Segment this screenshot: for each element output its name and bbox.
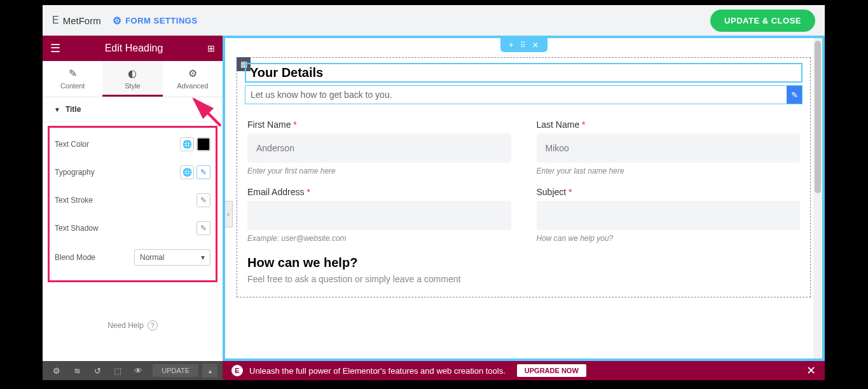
- first-name-input[interactable]: [247, 133, 511, 163]
- help-subheading: Feel free to ask a question or simply le…: [247, 274, 800, 284]
- global-color-button[interactable]: 🌐: [180, 137, 194, 151]
- tab-content-label: Content: [60, 82, 85, 90]
- required-mark: *: [293, 119, 296, 130]
- section-title-label: Title: [65, 105, 81, 114]
- typography-edit-button[interactable]: ✎: [196, 165, 210, 179]
- canvas: + ⠿ ✕ ‹ ▦ Your Details Let us know how t…: [223, 36, 825, 361]
- cog-icon: ⚙: [163, 67, 223, 79]
- email-input[interactable]: [247, 201, 511, 230]
- elementor-badge-icon: E: [231, 365, 243, 376]
- navigator-button[interactable]: ≋: [68, 364, 86, 378]
- text-shadow-label: Text Shadow: [55, 224, 99, 233]
- widgets-icon[interactable]: ⊞: [207, 43, 215, 53]
- scrollbar[interactable]: [813, 38, 822, 358]
- section-help: How can we help? Feel free to ask a ques…: [240, 243, 808, 284]
- need-help-label: Need Help: [107, 321, 144, 330]
- text-stroke-edit-button[interactable]: ✎: [196, 193, 210, 207]
- subject-input[interactable]: [537, 201, 801, 230]
- help-icon: ?: [148, 320, 158, 331]
- global-typography-button[interactable]: 🌐: [180, 165, 194, 179]
- email-label: Email Address *: [247, 187, 511, 197]
- control-blend-mode: Blend Mode Normal ▾: [55, 242, 210, 273]
- first-name-label: First Name *: [247, 119, 511, 130]
- scroll-thumb[interactable]: [815, 41, 821, 193]
- last-name-input[interactable]: [537, 133, 801, 163]
- menu-icon[interactable]: ☰: [50, 41, 60, 55]
- form-subheading: Let us know how to get back to you.: [251, 90, 392, 100]
- tab-advanced-label: Advanced: [177, 82, 208, 90]
- layers-icon: ≋: [74, 366, 81, 376]
- section-title-toggle[interactable]: ▼ Title: [43, 97, 223, 122]
- update-button[interactable]: UPDATE: [153, 364, 198, 377]
- tab-advanced[interactable]: ⚙ Advanced: [163, 61, 223, 97]
- typography-label: Typography: [55, 168, 95, 177]
- topbar: E MetForm ⚙ FORM SETTINGS UPDATE & CLOSE: [43, 5, 825, 36]
- gear-icon: ⚙: [113, 15, 122, 27]
- field-first-name: First Name * Enter your first name here: [247, 119, 511, 175]
- control-typography: Typography 🌐 ✎: [55, 158, 210, 186]
- preview-button[interactable]: 👁: [129, 364, 147, 378]
- bottombar: ⚙ ≋ ↺ ⬚ 👁 UPDATE ▴ E Unleash the full po…: [43, 361, 825, 380]
- email-hint: Example: user@website.com: [247, 234, 511, 243]
- eye-icon: 👁: [134, 366, 142, 376]
- globe-icon: 🌐: [183, 140, 192, 149]
- color-picker-button[interactable]: [196, 137, 210, 151]
- sidebar: ☰ Edit Heading ⊞ ✎ Content ◐ Style ⚙ Adv…: [43, 36, 223, 361]
- blend-mode-value: Normal: [140, 253, 165, 262]
- blend-mode-select[interactable]: Normal ▾: [134, 249, 210, 266]
- style-panel: Text Color 🌐 Typography 🌐 ✎ Text Stroke: [48, 126, 217, 282]
- last-name-hint: Enter your last name here: [537, 167, 801, 175]
- bottombar-left: ⚙ ≋ ↺ ⬚ 👁 UPDATE ▴: [43, 361, 223, 380]
- text-color-label: Text Color: [55, 140, 89, 149]
- text-shadow-edit-button[interactable]: ✎: [196, 221, 210, 235]
- pencil-icon: ✎: [43, 67, 102, 79]
- required-mark: *: [582, 119, 585, 130]
- brand: E MetForm: [52, 15, 101, 26]
- caret-up-icon: ▴: [209, 367, 212, 374]
- last-name-label: Last Name *: [537, 119, 801, 130]
- edit-widget-button[interactable]: ✎: [787, 86, 802, 104]
- subject-label: Subject *: [537, 187, 801, 197]
- editor-tabs: ✎ Content ◐ Style ⚙ Advanced: [43, 61, 223, 97]
- settings-button[interactable]: ⚙: [48, 364, 65, 378]
- tab-content[interactable]: ✎ Content: [43, 61, 102, 97]
- field-subject: Subject * How can we help you?: [537, 187, 801, 243]
- heading-widget[interactable]: Your Details: [245, 63, 803, 83]
- promo-banner: E Unleash the full power of Elementor's …: [223, 361, 825, 380]
- text-stroke-label: Text Stroke: [55, 196, 93, 205]
- sidebar-title: Edit Heading: [105, 43, 163, 54]
- pencil-icon: ✎: [791, 90, 798, 100]
- chevron-down-icon: ▾: [201, 253, 205, 262]
- required-mark: *: [307, 187, 310, 197]
- form-heading: Your Details: [250, 65, 797, 80]
- field-email: Email Address * Example: user@website.co…: [247, 187, 511, 243]
- gear-icon: ⚙: [53, 366, 60, 376]
- required-mark: *: [568, 187, 572, 197]
- field-last-name: Last Name * Enter your last name here: [537, 119, 801, 175]
- control-text-shadow: Text Shadow ✎: [55, 214, 210, 242]
- banner-text: Unleash the full power of Elementor's fe…: [249, 366, 506, 376]
- update-close-button[interactable]: UPDATE & CLOSE: [710, 10, 815, 32]
- form-settings-button[interactable]: ⚙ FORM SETTINGS: [113, 15, 198, 27]
- sidebar-header: ☰ Edit Heading ⊞: [43, 36, 223, 61]
- subject-hint: How can we help you?: [537, 234, 801, 243]
- pencil-icon: ✎: [200, 224, 207, 233]
- pencil-icon: ✎: [200, 196, 207, 205]
- close-banner-button[interactable]: ✕: [806, 364, 816, 378]
- first-name-hint: Enter your first name here: [247, 167, 511, 175]
- devices-icon: ⬚: [114, 366, 121, 376]
- tab-style[interactable]: ◐ Style: [102, 61, 162, 97]
- blend-mode-label: Blend Mode: [55, 253, 95, 262]
- form-container: ▦ Your Details Let us know how to get ba…: [237, 57, 811, 297]
- upgrade-button[interactable]: UPGRADE NOW: [517, 364, 586, 377]
- history-button[interactable]: ↺: [88, 364, 106, 378]
- update-options-button[interactable]: ▴: [202, 364, 217, 378]
- caret-down-icon: ▼: [54, 106, 60, 113]
- help-heading: How can we help?: [247, 256, 800, 270]
- need-help-link[interactable]: Need Help ?: [43, 320, 223, 331]
- control-text-stroke: Text Stroke ✎: [55, 186, 210, 214]
- tab-style-label: Style: [125, 82, 140, 90]
- subheading-widget[interactable]: Let us know how to get back to you. ✎: [245, 85, 803, 104]
- responsive-button[interactable]: ⬚: [109, 364, 127, 378]
- brand-icon: E: [52, 15, 59, 26]
